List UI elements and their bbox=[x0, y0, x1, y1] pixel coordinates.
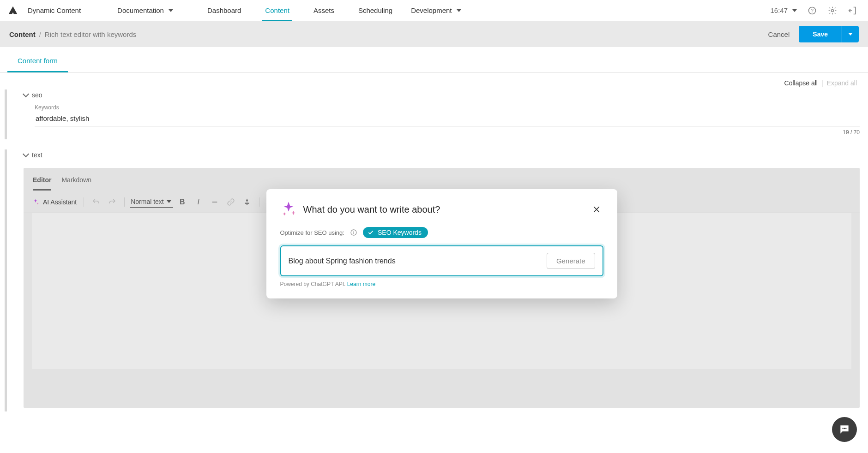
check-icon bbox=[368, 229, 374, 236]
breadcrumb-bar: Content / Rich text editor with keywords… bbox=[0, 21, 868, 47]
italic-button[interactable]: I bbox=[192, 195, 205, 209]
tab-label: Dashboard bbox=[207, 6, 241, 14]
save-dropdown-button[interactable] bbox=[842, 26, 859, 42]
text-style-dropdown[interactable]: Normal text bbox=[130, 196, 173, 208]
svg-point-19 bbox=[842, 428, 844, 429]
text-style-label: Normal text bbox=[131, 198, 164, 205]
breadcrumb-current: Rich text editor with keywords bbox=[45, 30, 136, 38]
chevron-down-icon bbox=[169, 9, 173, 12]
redo-button bbox=[105, 195, 119, 209]
svg-text:?: ? bbox=[811, 8, 814, 13]
tab-label: Scheduling bbox=[358, 6, 392, 14]
time-label: 16:47 bbox=[770, 6, 788, 14]
chevron-down-icon bbox=[23, 151, 29, 157]
toolbar-separator bbox=[259, 197, 259, 207]
tab-scheduling[interactable]: Scheduling bbox=[346, 0, 404, 21]
chevron-down-icon bbox=[167, 200, 171, 203]
documentation-dropdown[interactable]: Documentation bbox=[109, 0, 181, 21]
amplience-logo-icon bbox=[8, 6, 18, 16]
time-dropdown[interactable]: 16:47 bbox=[770, 6, 797, 14]
ai-dialog: What do you want to write about? Optimiz… bbox=[266, 189, 617, 298]
keywords-label: Keywords bbox=[35, 104, 860, 111]
editor-tabs: Editor Markdown bbox=[24, 168, 860, 191]
powered-row: Powered by ChatGPT API. Learn more bbox=[280, 281, 603, 287]
topnav-right: 16:47 ? bbox=[770, 6, 868, 16]
tab-label: Content bbox=[265, 6, 289, 14]
keywords-char-count: 19 / 70 bbox=[35, 126, 860, 136]
chevron-down-icon bbox=[792, 9, 797, 12]
documentation-label: Documentation bbox=[117, 6, 164, 14]
content-form-tabrow: Content form bbox=[0, 47, 868, 73]
development-dropdown[interactable]: Development bbox=[404, 6, 467, 14]
section-text-toggle[interactable]: text bbox=[24, 149, 860, 164]
dialog-header: What do you want to write about? bbox=[280, 201, 603, 218]
crumb-actions: Cancel Save bbox=[768, 26, 859, 42]
bold-button[interactable]: B bbox=[175, 195, 189, 209]
cancel-button[interactable]: Cancel bbox=[768, 30, 790, 38]
expand-all-button: Expand all bbox=[827, 79, 857, 87]
link-button bbox=[224, 195, 238, 209]
svg-point-2 bbox=[832, 9, 834, 12]
tab-editor[interactable]: Editor bbox=[33, 176, 51, 191]
close-icon bbox=[592, 205, 601, 214]
chevron-down-icon bbox=[23, 91, 29, 97]
generate-button[interactable]: Generate bbox=[547, 253, 595, 269]
development-label: Development bbox=[411, 6, 452, 14]
tab-dashboard[interactable]: Dashboard bbox=[195, 0, 253, 21]
sparkles-icon bbox=[280, 201, 297, 218]
optimize-label: Optimize for SEO using: bbox=[280, 229, 344, 236]
undo-button bbox=[89, 195, 103, 209]
brand-label: Dynamic Content bbox=[26, 0, 94, 21]
brand-logo bbox=[0, 6, 26, 16]
section-title: seo bbox=[32, 91, 42, 99]
sparkles-icon bbox=[32, 198, 39, 206]
dialog-title: What do you want to write about? bbox=[303, 204, 440, 215]
dialog-close-button[interactable] bbox=[590, 203, 603, 216]
anchor-button[interactable] bbox=[240, 195, 254, 209]
editor-panel: Editor Markdown AI Assistant Normal text… bbox=[24, 168, 860, 408]
seo-chip-label: SEO Keywords bbox=[378, 229, 422, 236]
chevron-down-icon bbox=[457, 9, 461, 12]
svg-point-21 bbox=[845, 428, 847, 429]
prompt-input[interactable] bbox=[289, 257, 541, 265]
toolbar-separator bbox=[124, 197, 125, 207]
seo-keywords-chip[interactable]: SEO Keywords bbox=[363, 227, 428, 238]
separator: | bbox=[821, 79, 823, 87]
collapse-expand-row: Collapse all | Expand all bbox=[0, 73, 868, 89]
ai-assistant-button[interactable]: AI Assistant bbox=[32, 198, 78, 206]
ai-assistant-label: AI Assistant bbox=[43, 198, 77, 206]
toolbar-separator bbox=[84, 197, 84, 207]
tab-assets[interactable]: Assets bbox=[301, 0, 346, 21]
breadcrumb-root[interactable]: Content bbox=[9, 30, 36, 38]
info-icon[interactable] bbox=[350, 229, 357, 236]
keywords-input[interactable] bbox=[35, 111, 860, 126]
logout-icon[interactable] bbox=[848, 6, 858, 16]
section-text: text Editor Markdown AI Assistant Normal… bbox=[5, 149, 868, 411]
svg-point-20 bbox=[844, 428, 845, 429]
tab-markdown[interactable]: Markdown bbox=[61, 176, 91, 191]
tab-content[interactable]: Content bbox=[253, 0, 301, 21]
learn-more-link[interactable]: Learn more bbox=[347, 281, 375, 287]
top-nav: Dynamic Content Documentation Dashboard … bbox=[0, 0, 868, 21]
body-area: Collapse all | Expand all seo Keywords 1… bbox=[0, 73, 868, 453]
powered-label: Powered by ChatGPT API. bbox=[280, 281, 347, 287]
strikethrough-button[interactable] bbox=[208, 195, 222, 209]
svg-point-18 bbox=[353, 231, 354, 232]
tab-content-form[interactable]: Content form bbox=[7, 57, 68, 72]
save-button[interactable]: Save bbox=[799, 26, 842, 42]
section-title: text bbox=[32, 151, 42, 159]
nav-tabs: Dashboard Content Assets Scheduling bbox=[195, 0, 404, 21]
breadcrumb-separator: / bbox=[39, 30, 41, 38]
chevron-down-icon bbox=[848, 33, 853, 36]
collapse-all-button[interactable]: Collapse all bbox=[784, 79, 818, 87]
tab-label: Assets bbox=[313, 6, 334, 14]
help-icon[interactable]: ? bbox=[807, 6, 817, 16]
section-seo: seo Keywords 19 / 70 bbox=[5, 89, 868, 139]
settings-icon[interactable] bbox=[827, 6, 838, 16]
chat-fab[interactable] bbox=[832, 417, 857, 442]
seo-optimize-row: Optimize for SEO using: SEO Keywords bbox=[280, 227, 603, 238]
prompt-box: Generate bbox=[280, 245, 603, 276]
chat-icon bbox=[838, 423, 850, 435]
section-seo-toggle[interactable]: seo bbox=[24, 89, 860, 104]
